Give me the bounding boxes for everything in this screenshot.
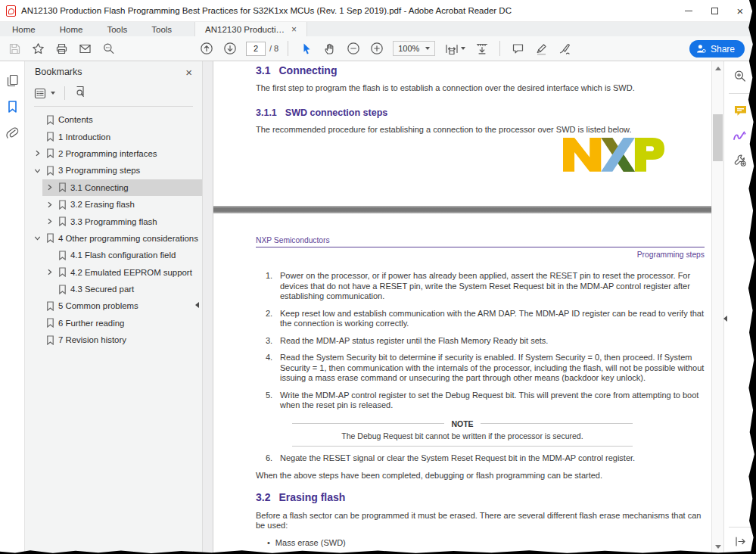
bookmark-item[interactable]: 2 Programming interfaces [25,145,202,162]
toolbar-divider [499,41,500,56]
collapse-right-panel-arrow[interactable] [723,316,727,322]
bookmarks-panel: Bookmarks × Contents1 Introduction2 Prog… [25,61,202,554]
highlighter-icon [535,42,548,55]
document-viewport[interactable]: 3.1Connecting The first step to program … [213,61,711,554]
search-tool-button[interactable] [732,68,748,85]
sign-tool-button[interactable] [553,39,577,59]
bookmark-item[interactable]: Contents [25,111,202,128]
tab-document[interactable]: AN12130 Producti… × [194,22,307,36]
select-tool-button[interactable] [294,39,318,59]
bookmarks-panel-edge[interactable] [202,61,213,554]
bookmark-icon [46,166,54,176]
maximize-button[interactable] [702,0,727,22]
expand-current-bookmark-button[interactable] [74,86,87,101]
bookmark-item[interactable]: 4.2 Emulated EEPROM support [25,264,202,281]
step-text: Read the System Security bit to determin… [280,353,705,384]
scroll-down-arrow[interactable] [715,545,721,549]
fit-width-button[interactable] [440,39,470,59]
save-button[interactable] [3,39,26,59]
chevron-right-icon[interactable] [46,269,53,275]
bookmarks-tree: Contents1 Introduction2 Programming inte… [25,111,202,348]
note-title: NOTE [292,419,633,428]
comment-panel-button[interactable] [732,102,748,119]
hand-tool-button[interactable] [318,39,341,59]
page-number-input[interactable] [246,42,266,56]
toolbar-divider [288,41,288,56]
search-button[interactable] [97,39,120,59]
bookmark-item[interactable]: 3 Programming steps [25,162,202,179]
previous-page-button[interactable] [194,39,218,59]
step-text: Read the MDM-AP status register until th… [280,336,548,347]
step-text: Negate the RESET signal or clear the Sys… [280,453,635,464]
paperclip-icon [5,126,19,140]
share-button[interactable]: Share [689,40,745,58]
paragraph: The first step to program the flash is t… [256,83,705,94]
bookmark-item[interactable]: 3.1 Connecting [42,179,202,196]
acrobat-window: AN12130 Production Flash Programming Bes… [0,0,756,554]
bookmark-item[interactable]: 4 Other programming considerations [25,230,202,247]
bookmarks-close-button[interactable]: × [185,67,192,78]
favorites-button[interactable] [26,39,50,59]
bookmark-item[interactable]: 3.2 Erasing flash [25,196,202,213]
step-number: 4. [266,353,275,384]
bookmark-item[interactable]: 1 Introduction [25,128,202,145]
bookmark-item[interactable]: 3.3 Programming flash [25,213,202,229]
comment-bubble-icon [733,104,748,117]
email-button[interactable] [73,39,97,59]
zoom-level-select[interactable]: 100% [393,41,435,56]
chevron-right-icon[interactable] [46,201,53,208]
print-button[interactable] [50,39,73,59]
tab-tools-1[interactable]: Tools [95,22,139,36]
nxp-logo [563,138,664,172]
tab-home-1[interactable]: Home [0,22,48,36]
bookmarks-panel-button[interactable] [4,98,20,115]
bookmark-item[interactable]: 7 Revision history [25,331,202,348]
hand-icon [323,42,336,55]
bookmark-icon [46,301,54,311]
comment-tool-button[interactable] [506,39,530,59]
page-thumbnails-button[interactable] [4,72,20,89]
page-display-icon [475,42,489,55]
more-tools-button[interactable] [732,152,748,169]
close-button[interactable]: × [727,0,753,22]
step-text: Write the MDM-AP control register to set… [280,391,705,411]
page-display-button[interactable] [470,39,493,59]
attachments-button[interactable] [4,125,20,142]
tab-tools-2[interactable]: Tools [139,22,184,36]
numbered-step: 5.Write the MDM-AP control register to s… [256,391,705,411]
step-text: Power on the processor, or if power has … [280,271,705,302]
rail-divider [729,527,751,528]
bookmark-options-icon [34,88,48,99]
section-title: Erasing flash [278,491,345,503]
zoom-out-button[interactable] [341,39,365,59]
minimize-button[interactable] [676,0,702,22]
bookmark-item[interactable]: 4.1 Flash configuration field [25,247,202,263]
bookmark-item[interactable]: 4.3 Secured part [25,281,202,297]
highlight-tool-button[interactable] [530,39,553,59]
bookmark-label: 6 Further reading [58,319,124,328]
chevron-right-icon[interactable] [34,150,41,157]
zoom-in-button[interactable] [365,39,388,59]
chevron-right-icon[interactable] [46,184,53,191]
chevron-down-icon[interactable] [34,235,41,241]
expand-panel-button[interactable] [732,533,748,549]
chevron-right-icon[interactable] [46,218,53,225]
email-icon [79,42,92,55]
scroll-up-arrow[interactable] [715,67,721,70]
scrollbar-thumb[interactable] [713,114,723,161]
bullet-item: •Mass erase (SWD) [256,538,705,549]
bullet-dot: • [267,538,270,549]
fill-sign-panel-button[interactable] [732,127,748,144]
collapse-panel-arrow[interactable] [195,302,199,308]
bookmark-options-button[interactable] [34,88,55,99]
tab-home-2[interactable]: Home [48,22,95,36]
next-page-button[interactable] [218,39,241,59]
tab-close-icon[interactable]: × [291,25,297,34]
bookmark-item[interactable]: 6 Further reading [25,315,202,331]
maximize-icon [711,8,718,14]
bookmark-item[interactable]: 5 Common problems [25,297,202,314]
page-thumbnails-icon [5,73,20,88]
vertical-scrollbar[interactable] [711,61,723,554]
chevron-down-icon[interactable] [34,167,41,174]
chevron-down-icon [461,47,465,50]
